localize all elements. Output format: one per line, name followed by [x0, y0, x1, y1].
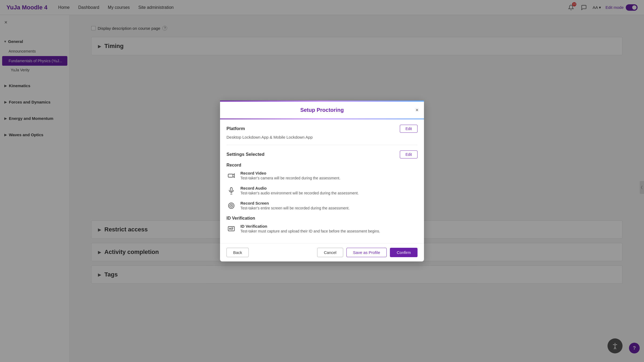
record-screen-name: Record Screen — [240, 201, 350, 205]
record-audio-name: Record Audio — [240, 186, 359, 190]
setup-proctoring-modal: Setup Proctoring × Platform Edit Desktop… — [220, 101, 424, 261]
settings-edit-button[interactable]: Edit — [400, 150, 418, 158]
id-verification-subsection-title: ID Verification — [226, 216, 418, 221]
record-audio-desc: Test-taker's audio environment will be r… — [240, 191, 359, 195]
modal-close-button[interactable]: × — [415, 107, 419, 113]
record-screen-icon — [226, 201, 236, 210]
settings-section-header: Settings Selected Edit — [226, 150, 418, 158]
record-audio-info: Record Audio Test-taker's audio environm… — [240, 186, 359, 195]
platform-section: Platform Edit Desktop Lockdown App & Mob… — [226, 119, 418, 145]
settings-selected-section: Settings Selected Edit Record Record Vid… — [226, 145, 418, 243]
platform-edit-button[interactable]: Edit — [400, 125, 418, 133]
cancel-button[interactable]: Cancel — [317, 248, 343, 257]
record-screen-desc: Test-taker's entire screen will be recor… — [240, 206, 350, 210]
footer-right-buttons: Cancel Save as Profile Confirm — [317, 248, 418, 257]
record-screen-info: Record Screen Test-taker's entire screen… — [240, 201, 350, 210]
platform-title: Platform — [226, 126, 245, 131]
id-verification-desc: Test-taker must capture and upload their… — [240, 229, 380, 233]
record-video-icon — [226, 171, 236, 180]
modal-body: Platform Edit Desktop Lockdown App & Mob… — [220, 119, 424, 243]
svg-rect-0 — [228, 174, 233, 177]
modal-header: Setup Proctoring × — [220, 102, 424, 119]
back-button[interactable]: Back — [226, 248, 249, 257]
id-verification-icon — [226, 224, 236, 234]
svg-point-8 — [229, 228, 231, 230]
modal-title: Setup Proctoring — [300, 107, 344, 113]
svg-rect-1 — [230, 187, 232, 191]
id-verification-item: ID Verification Test-taker must capture … — [226, 224, 418, 234]
record-screen-item: Record Screen Test-taker's entire screen… — [226, 201, 418, 210]
record-audio-item: Record Audio Test-taker's audio environm… — [226, 186, 418, 195]
record-subsection-title: Record — [226, 163, 418, 168]
id-verification-info: ID Verification Test-taker must capture … — [240, 224, 380, 233]
save-profile-button[interactable]: Save as Profile — [346, 248, 387, 257]
platform-value: Desktop Lockdown App & Mobile Lockdown A… — [226, 135, 418, 139]
record-video-info: Record Video Test-taker's camera will be… — [240, 171, 340, 180]
platform-section-header: Platform Edit — [226, 125, 418, 133]
record-video-item: Record Video Test-taker's camera will be… — [226, 171, 418, 180]
id-verification-name: ID Verification — [240, 224, 380, 228]
record-video-desc: Test-taker's camera will be recorded dur… — [240, 176, 340, 180]
record-audio-icon — [226, 186, 236, 195]
modal-footer: Back Cancel Save as Profile Confirm — [220, 243, 424, 261]
record-video-name: Record Video — [240, 171, 340, 175]
confirm-button[interactable]: Confirm — [390, 248, 418, 257]
svg-point-6 — [231, 205, 232, 206]
settings-title: Settings Selected — [226, 152, 265, 157]
